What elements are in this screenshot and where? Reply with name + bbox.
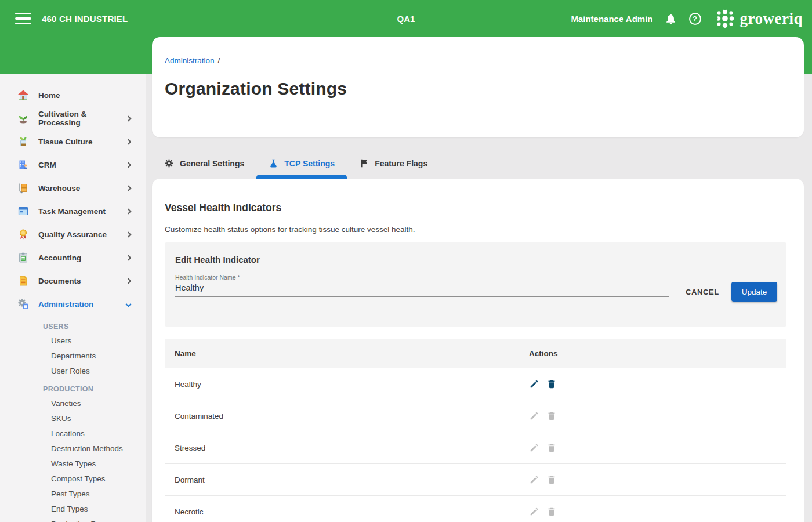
sidebar-link-destruction-methods[interactable]: Destruction Methods: [0, 441, 146, 456]
sidebar-item-home[interactable]: Home: [0, 84, 146, 107]
sidebar: Home Cultivation & Processing Tissue Cul…: [0, 74, 146, 522]
delete-icon: [546, 443, 557, 453]
page-header-card: Administration/ Organization Settings: [152, 37, 804, 137]
tab-feature-flags[interactable]: Feature Flags: [347, 148, 440, 179]
tcp-settings-panel: Vessel Health Indicators Customize healt…: [152, 179, 804, 522]
sidebar-item-label: Documents: [38, 277, 126, 285]
sidebar-item-label: Tissue Culture: [38, 137, 126, 146]
table-row-necrotic: Necrotic: [165, 496, 786, 522]
sidebar-link-skus[interactable]: SKUs: [0, 411, 146, 426]
edit-icon: [529, 443, 539, 453]
chevron-down-icon: [126, 301, 132, 307]
administration-icon: [17, 298, 29, 310]
sidebar-item-documents[interactable]: Documents: [0, 269, 146, 292]
table-row-contaminated: Contaminated: [165, 400, 786, 432]
tab-label: TCP Settings: [284, 159, 335, 168]
tab-label: Feature Flags: [375, 159, 427, 168]
row-name: Contaminated: [175, 412, 529, 420]
chevron-right-icon: [126, 278, 132, 284]
sidebar-link-pest-types[interactable]: Pest Types: [0, 486, 146, 501]
sidebar-item-accounting[interactable]: Accounting: [0, 246, 146, 269]
chevron-right-icon: [126, 255, 132, 260]
sidebar-item-quality-assurance[interactable]: Quality Assurance: [0, 223, 146, 246]
delete-icon: [546, 474, 557, 485]
sidebar-item-label: Cultivation & Processing: [38, 110, 126, 127]
health-indicator-name-input[interactable]: Healthy: [175, 283, 669, 297]
sidebar-item-label: Home: [38, 91, 132, 100]
delete-icon: [546, 411, 557, 421]
section-title: Vessel Health Indicators: [165, 202, 281, 214]
chevron-right-icon: [126, 139, 132, 144]
menu-icon[interactable]: [15, 13, 31, 24]
sidebar-item-label: Quality Assurance: [38, 230, 126, 239]
row-name: Stressed: [175, 444, 529, 452]
sidebar-item-label: CRM: [38, 161, 126, 169]
table-row-healthy: Healthy: [165, 368, 786, 400]
edit-icon: [529, 474, 539, 485]
sidebar-link-departments[interactable]: Departments: [0, 348, 146, 363]
tissue-culture-icon: [17, 136, 29, 147]
brand-name: groweriq: [740, 10, 803, 28]
edit-icon[interactable]: [529, 379, 539, 389]
sidebar-link-locations[interactable]: Locations: [0, 426, 146, 441]
update-button[interactable]: Update: [731, 282, 777, 302]
sidebar-section-production: PRODUCTION: [0, 382, 146, 396]
sidebar-link-users[interactable]: Users: [0, 333, 146, 348]
accounting-icon: [17, 252, 29, 263]
edit-health-indicator-form: Edit Health Indicator Health Indicator N…: [165, 242, 786, 327]
table-header-row: Name Actions: [165, 339, 786, 368]
row-name: Dormant: [175, 476, 529, 484]
user-menu[interactable]: Maintenance Admin: [571, 14, 652, 24]
sidebar-link-user-roles[interactable]: User Roles: [0, 363, 146, 378]
page-title: Organization Settings: [165, 79, 347, 99]
tab-tcp-settings[interactable]: TCP Settings: [256, 148, 347, 179]
warehouse-icon: [17, 182, 29, 194]
sidebar-link-compost-types[interactable]: Compost Types: [0, 471, 146, 486]
sidebar-item-tissue-culture[interactable]: Tissue Culture: [0, 130, 146, 153]
delete-icon: [546, 506, 557, 517]
quality-assurance-icon: [17, 229, 29, 240]
sidebar-item-label: Administration: [38, 300, 126, 309]
breadcrumb-administration-link[interactable]: Administration: [165, 56, 215, 65]
chevron-right-icon: [126, 231, 132, 237]
environment-label: QA1: [397, 14, 415, 24]
chevron-right-icon: [126, 115, 132, 121]
chevron-right-icon: [126, 208, 132, 214]
bell-icon[interactable]: [664, 11, 679, 26]
sidebar-item-label: Accounting: [38, 253, 126, 262]
breadcrumb: Administration/: [165, 56, 220, 65]
sidebar-link-end-types[interactable]: End Types: [0, 501, 146, 516]
sidebar-link-varieties[interactable]: Varieties: [0, 396, 146, 411]
home-icon: [17, 89, 29, 101]
health-indicators-table: Name Actions Healthy Contaminated Stress…: [165, 339, 786, 522]
chevron-right-icon: [126, 185, 132, 191]
documents-icon: [17, 275, 29, 287]
column-header-name: Name: [175, 349, 529, 358]
sidebar-item-administration[interactable]: Administration: [0, 292, 146, 316]
gear-icon: [164, 158, 174, 168]
delete-icon[interactable]: [546, 379, 557, 389]
sidebar-item-crm[interactable]: CRM: [0, 153, 146, 176]
sidebar-item-cultivation-processing[interactable]: Cultivation & Processing: [0, 107, 146, 130]
cultivation-icon: [17, 113, 29, 124]
row-name: Necrotic: [175, 507, 529, 516]
groweriq-logo: groweriq: [715, 9, 803, 28]
breadcrumb-separator: /: [218, 56, 220, 65]
column-header-actions: Actions: [529, 349, 558, 358]
table-row-dormant: Dormant: [165, 464, 786, 496]
edit-icon: [529, 411, 539, 421]
sidebar-link-production-runs[interactable]: Production Runs: [0, 516, 146, 522]
edit-icon: [529, 506, 539, 517]
task-management-icon: [17, 205, 29, 217]
help-icon[interactable]: ?: [689, 13, 701, 25]
tab-general-settings[interactable]: General Settings: [152, 148, 256, 179]
cancel-button[interactable]: CANCEL: [686, 288, 719, 296]
sidebar-item-task-management[interactable]: Task Management: [0, 200, 146, 223]
sidebar-link-waste-types[interactable]: Waste Types: [0, 456, 146, 471]
table-row-stressed: Stressed: [165, 432, 786, 464]
sidebar-item-label: Warehouse: [38, 184, 126, 193]
flask-icon: [269, 158, 278, 168]
sidebar-item-warehouse[interactable]: Warehouse: [0, 176, 146, 200]
logo-mark: [715, 9, 735, 28]
section-description: Customize health status options for trac…: [165, 225, 415, 234]
